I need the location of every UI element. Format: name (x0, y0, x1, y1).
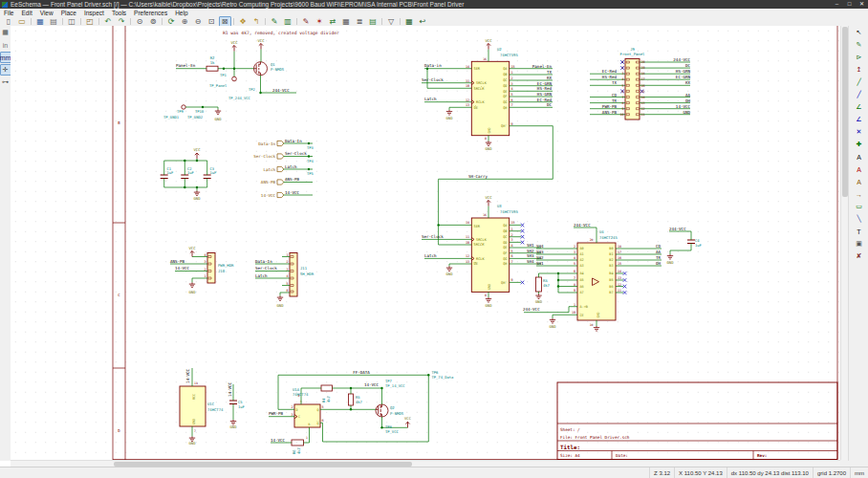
schematic-text: VCC (485, 38, 492, 43)
generate-netlist-button[interactable]: ≣ (354, 16, 366, 27)
place-image-button[interactable]: ▣ (854, 238, 865, 250)
wire-to-bus-entry-button[interactable]: ∠ (854, 101, 865, 113)
schematic-text: DC (685, 63, 691, 68)
connector-j11-sh-hdr[interactable] (290, 253, 297, 297)
run-pcbnew-button[interactable]: ▦ (403, 16, 416, 27)
schematic-text: P-NMOS (271, 67, 285, 72)
place-power-port-button[interactable]: ↥ (854, 64, 865, 76)
schematic-text: HS-GRN (537, 92, 553, 97)
menu-help[interactable]: Help (171, 10, 191, 16)
hierarchy-navigator-button[interactable]: ❖ (237, 16, 250, 27)
leave-sheet-button[interactable]: ↰ (250, 16, 263, 27)
place-wire-button[interactable]: ╱ (854, 76, 865, 88)
schematic-text: QB (503, 229, 507, 233)
menu-preferences[interactable]: Preferences (130, 10, 171, 16)
schematic-canvas[interactable]: R1 was 4k7, removed, created voltage div… (11, 26, 840, 460)
schematic-text: QG (503, 100, 507, 104)
back-annotate-button[interactable]: ↩ (417, 16, 429, 27)
place-no-connect-button[interactable]: ✕ (854, 126, 865, 138)
place-hierarchical-label-button[interactable]: A (854, 176, 865, 187)
schematic-text: QF (503, 251, 507, 255)
schematic-text: B3 (609, 264, 613, 268)
schematic-text: J10 (218, 269, 226, 273)
annotate-button[interactable]: ✎ (300, 16, 313, 27)
refresh-view-button[interactable]: ⟳ (165, 16, 178, 27)
schematic-text: Date: (616, 453, 628, 458)
maximize-button[interactable]: □ (843, 0, 856, 9)
redo-button[interactable]: ↷ (116, 16, 128, 27)
print-button[interactable]: ◫ (66, 16, 78, 27)
new-schematic-button[interactable]: ▯ (3, 16, 15, 27)
bus-to-bus-entry-button[interactable]: ∠ (854, 114, 865, 125)
schematic-text: 1 (621, 60, 623, 64)
page-settings-button[interactable]: ▤ (48, 16, 60, 27)
schematic-text: TR (612, 98, 618, 103)
cursor-button[interactable]: ↖ (854, 27, 865, 38)
menu-inspect[interactable]: Inspect (80, 10, 108, 16)
find-button[interactable]: ⊙ (134, 16, 146, 27)
place-text-button[interactable]: T (854, 226, 865, 237)
units-inches-button[interactable]: in (0, 39, 11, 51)
symbol-browser-button[interactable]: ▥ (282, 16, 294, 27)
paste-button[interactable]: ◰ (84, 16, 97, 27)
close-button[interactable]: ✕ (856, 0, 868, 9)
minimize-button[interactable]: – (831, 0, 843, 9)
schematic-text: 8 (485, 137, 487, 141)
open-schematic-button[interactable]: ▭ (16, 16, 29, 27)
place-hierarchical-sheet-button[interactable]: ▭ (854, 201, 865, 212)
schematic-text: Title: (560, 445, 580, 450)
hierarchical-label-shapes[interactable] (277, 141, 284, 197)
undo-button[interactable]: ↶ (102, 16, 115, 27)
bom-button[interactable]: ▤ (367, 16, 380, 27)
schematic-text: 3 (574, 250, 575, 254)
schematic-text: 7 (194, 429, 196, 433)
resistor-r3[interactable] (536, 277, 542, 292)
symbol-editor-button[interactable]: ✎ (269, 16, 281, 27)
place-symbol-button[interactable]: ⊳ (854, 52, 865, 63)
resistor-r2[interactable] (206, 66, 218, 71)
resistor-r4[interactable] (321, 385, 333, 391)
schematic-text: R1 was 4k7, removed, created voltage div… (223, 31, 339, 35)
menu-place[interactable]: Place (57, 10, 80, 16)
edit-fields-button[interactable]: ▦ (340, 16, 353, 27)
schematic-text: 10 (619, 113, 623, 117)
place-junction-button[interactable]: ✚ (854, 139, 865, 150)
units-mm-button[interactable]: mm (0, 52, 11, 63)
schematic-text: QD (503, 84, 507, 88)
save-button[interactable]: ▦ (34, 16, 47, 27)
find-replace-button[interactable]: ⊚ (147, 16, 160, 27)
plot-button[interactable]: ▽ (385, 16, 398, 27)
menu-view[interactable]: View (36, 10, 57, 16)
schematic-text: 2 (511, 76, 513, 80)
toggle-grid-button[interactable]: ▦ (0, 27, 11, 38)
zoom-fit-button[interactable]: ⊡ (206, 16, 218, 27)
resistor-r6[interactable] (292, 440, 304, 445)
toolbar-separator (398, 17, 402, 26)
zoom-to-selection-button[interactable]: ⊠ (219, 16, 231, 27)
menu-edit[interactable]: Edit (17, 10, 35, 16)
menu-file[interactable]: File (0, 10, 17, 16)
menu-tools[interactable]: Tools (108, 10, 130, 16)
highlight-net-button[interactable]: ✎ (854, 39, 865, 51)
zoom-out-button[interactable]: ⊖ (192, 16, 205, 27)
erc-button[interactable]: ✶ (314, 16, 326, 27)
resistor-r5[interactable] (349, 394, 354, 405)
place-graphic-line-button[interactable]: ╲ (854, 213, 865, 225)
schematic-text: 74HCT245 (599, 235, 618, 240)
schematic-text: 4 (204, 253, 206, 257)
cursor-shape-button[interactable]: ✛ (0, 64, 11, 76)
schematic-text: 14 (466, 221, 469, 225)
zoom-in-button[interactable]: ⊕ (179, 16, 191, 27)
delete-item-button[interactable]: ✘ (854, 250, 865, 262)
place-global-label-button[interactable]: A (854, 163, 865, 175)
assign-footprints-button[interactable]: ⇄ (327, 16, 339, 27)
import-sheet-pin-button[interactable]: → (854, 188, 865, 200)
place-bus-button[interactable]: ╱ (854, 89, 865, 100)
place-net-label-button[interactable]: A (854, 151, 865, 163)
show-hidden-pins-button[interactable]: ⊶ (0, 76, 11, 88)
schematic-text: GND (597, 312, 600, 317)
schematic-text: U4 (599, 229, 604, 234)
testpoint-tp-panel[interactable] (232, 76, 237, 81)
schematic-text: U1C (207, 402, 215, 406)
schematic-text: 2 (291, 405, 293, 409)
